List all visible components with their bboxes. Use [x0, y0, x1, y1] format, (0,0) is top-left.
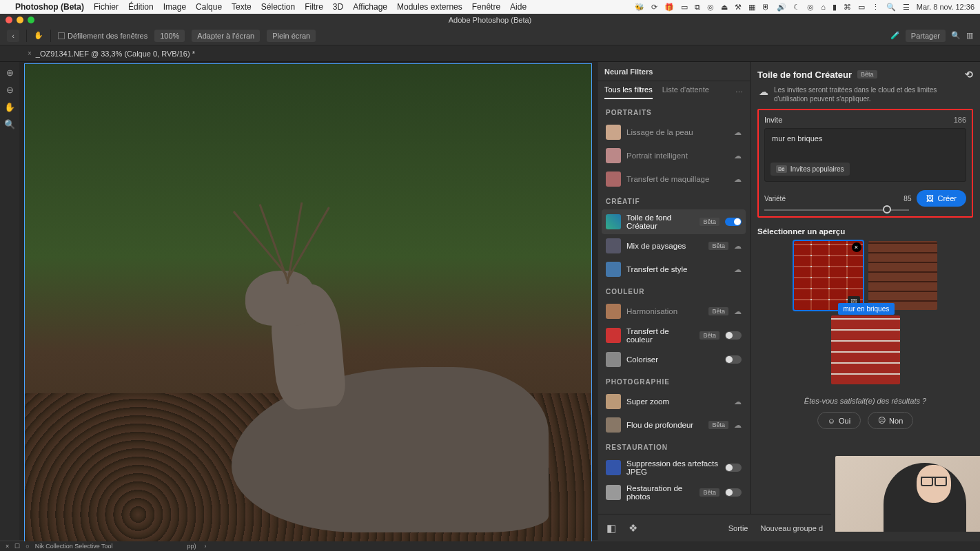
- download-icon[interactable]: ☁: [734, 242, 742, 251]
- zoom-tool-icon[interactable]: 🔍: [4, 119, 15, 129]
- sync-icon[interactable]: ⟳: [651, 3, 657, 12]
- document-tab[interactable]: _OZ91341.NEF @ 33,3% (Calque 0, RVB/16) …: [36, 50, 195, 58]
- filter-harmonization[interactable]: HarmonisationBêta☁: [602, 300, 746, 323]
- preview-thumb-3[interactable]: mur en briques: [831, 315, 900, 384]
- preview-thumb-2[interactable]: [868, 241, 937, 310]
- filter-color-transfer[interactable]: Transfert de couleurBêta: [602, 323, 746, 348]
- wifi-icon[interactable]: ⋮: [872, 3, 879, 12]
- close-tab-icon[interactable]: ×: [28, 50, 32, 57]
- clock[interactable]: Mar. 8 nov. 12:36: [917, 3, 974, 11]
- traffic-lights[interactable]: [6, 17, 34, 23]
- filter-landscape-mixer[interactable]: Mix de paysagesBêta☁: [602, 234, 746, 258]
- hdd-icon[interactable]: ⏏: [721, 3, 728, 12]
- hand-tool-icon[interactable]: ✋: [4, 102, 15, 112]
- menu-3d[interactable]: 3D: [333, 2, 343, 12]
- yes-button[interactable]: ☺Oui: [817, 412, 861, 429]
- popular-prompts-button[interactable]: Bē Invites populaires: [770, 163, 850, 176]
- chevron-right-icon[interactable]: ›: [205, 543, 207, 550]
- maximize-window-icon[interactable]: [28, 17, 34, 23]
- menu-filtre[interactable]: Filtre: [305, 2, 323, 12]
- cloud-icon[interactable]: ⌂: [821, 3, 826, 11]
- variety-slider[interactable]: [764, 209, 909, 211]
- filter-makeup-transfer[interactable]: Transfert de maquillage☁: [602, 167, 746, 191]
- menu-selection[interactable]: Sélection: [261, 2, 295, 12]
- menu-image[interactable]: Image: [163, 2, 186, 12]
- minimize-window-icon[interactable]: [17, 17, 23, 23]
- share-button[interactable]: Partager: [906, 30, 946, 42]
- filter-super-zoom[interactable]: Super zoom☁: [602, 390, 746, 413]
- remove-preview-icon[interactable]: ×: [852, 242, 861, 252]
- bug-icon[interactable]: 🐝: [635, 3, 644, 12]
- close-icon[interactable]: ×: [6, 543, 9, 550]
- filter-depth-blur[interactable]: Flou de profondeurBêta☁: [602, 413, 746, 437]
- filter-photo-restoration[interactable]: Restauration de photosBêta: [602, 480, 746, 505]
- filter-colorize[interactable]: Coloriser: [602, 348, 746, 371]
- download-icon[interactable]: ☁: [734, 421, 742, 430]
- no-button[interactable]: ☹Non: [868, 412, 913, 429]
- menu-affichage[interactable]: Affichage: [353, 2, 387, 12]
- camera-icon[interactable]: ▭: [681, 3, 688, 12]
- back-button[interactable]: ‹: [7, 30, 19, 42]
- flag-icon[interactable]: ▮: [833, 3, 837, 12]
- toggle-jpeg[interactable]: [725, 464, 742, 472]
- fit-screen-button[interactable]: Adapter à l'écran: [192, 30, 260, 42]
- reset-icon[interactable]: ⟲: [965, 69, 973, 80]
- volume-icon[interactable]: 🔊: [777, 3, 786, 12]
- zoom-in-icon[interactable]: ⊕: [6, 67, 14, 78]
- create-button[interactable]: 🖼 Créer: [917, 190, 966, 207]
- download-icon[interactable]: ☁: [734, 265, 742, 274]
- download-icon[interactable]: ☁: [734, 397, 742, 406]
- layers-icon[interactable]: ❖: [629, 522, 637, 534]
- cc-icon[interactable]: ◎: [707, 3, 714, 12]
- bluetooth-icon[interactable]: ⌘: [844, 3, 851, 12]
- menu-fichier[interactable]: Fichier: [94, 2, 119, 12]
- battery-icon[interactable]: ▭: [858, 3, 865, 12]
- circle-icon[interactable]: ○: [25, 543, 29, 550]
- menu-aide[interactable]: Aide: [510, 2, 527, 12]
- beaker-icon[interactable]: 🧪: [890, 31, 900, 40]
- grid-icon[interactable]: ▦: [748, 3, 755, 12]
- display-icon[interactable]: ⧉: [695, 3, 700, 12]
- gift-icon[interactable]: 🎁: [664, 3, 674, 12]
- zoom-out-icon[interactable]: ⊖: [6, 85, 14, 95]
- close-window-icon[interactable]: [6, 17, 12, 23]
- tab-waitlist[interactable]: Liste d'attente: [662, 85, 709, 99]
- menu-fenetre[interactable]: Fenêtre: [472, 2, 500, 12]
- download-icon[interactable]: ☁: [734, 307, 742, 316]
- tab-all-filters[interactable]: Tous les filtres: [604, 85, 653, 99]
- shield-icon[interactable]: ⛨: [762, 3, 770, 11]
- menu-calque[interactable]: Calque: [196, 2, 222, 12]
- menu-texte[interactable]: Texte: [232, 2, 252, 12]
- toggle-restore[interactable]: [725, 488, 742, 497]
- scroll-windows-checkbox[interactable]: Défilement des fenêtres: [58, 32, 147, 40]
- filter-backdrop-creator[interactable]: Toile de fond CréateurBêta: [602, 209, 746, 234]
- download-icon[interactable]: ☁: [734, 152, 742, 160]
- app-name[interactable]: Photoshop (Beta): [15, 2, 84, 12]
- before-after-icon[interactable]: ◧: [606, 522, 616, 534]
- document-canvas[interactable]: [24, 63, 592, 545]
- output-dropdown[interactable]: Nouveau groupe d: [760, 524, 823, 532]
- filter-skin-smoothing[interactable]: Lissage de la peau☁: [602, 121, 746, 144]
- search-icon[interactable]: 🔍: [886, 3, 896, 12]
- search-icon[interactable]: 🔍: [951, 31, 961, 40]
- control-center-icon[interactable]: ☰: [903, 3, 910, 12]
- target-icon[interactable]: ◎: [807, 3, 814, 12]
- workspace-icon[interactable]: ▥: [966, 31, 973, 40]
- preview-thumb-1[interactable]: × 🖼: [794, 241, 863, 310]
- toggle-colorize[interactable]: [725, 355, 742, 364]
- fullscreen-button[interactable]: Plein écran: [267, 30, 316, 42]
- prompt-textarea[interactable]: mur en briques Bē Invites populaires: [764, 128, 966, 182]
- tools-icon[interactable]: ⚒: [735, 3, 742, 12]
- zoom-100-button[interactable]: 100%: [154, 30, 185, 42]
- nik-tool-label[interactable]: Nik Collection Selective Tool: [35, 543, 113, 550]
- download-icon[interactable]: ☁: [734, 175, 742, 184]
- hand-tool-icon[interactable]: ✋: [34, 31, 43, 40]
- moon-icon[interactable]: ☾: [793, 3, 800, 12]
- filter-jpeg-artifacts[interactable]: Suppression des artefacts JPEG: [602, 455, 746, 480]
- checkbox-icon[interactable]: ☐: [14, 543, 20, 550]
- menu-modules[interactable]: Modules externes: [397, 2, 462, 12]
- filter-style-transfer[interactable]: Transfert de style☁: [602, 258, 746, 281]
- download-icon[interactable]: ☁: [734, 128, 742, 137]
- more-icon[interactable]: ⋯: [735, 88, 743, 97]
- toggle-backdrop[interactable]: [725, 218, 742, 226]
